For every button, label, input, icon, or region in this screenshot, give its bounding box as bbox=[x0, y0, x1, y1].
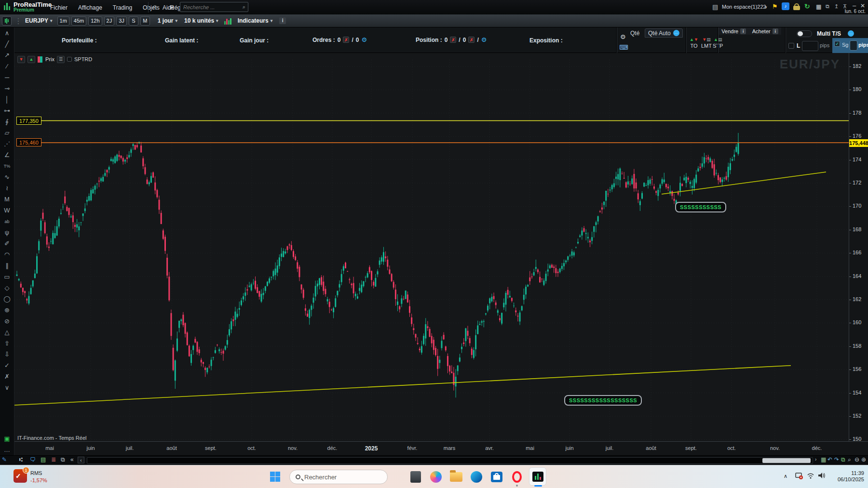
timeframe-s[interactable]: S bbox=[129, 16, 138, 26]
menu-affichage[interactable]: Affichage bbox=[76, 3, 104, 12]
tray-clock[interactable]: 11:39 06/10/2025 bbox=[838, 470, 864, 483]
scroll-right-button[interactable]: › bbox=[815, 457, 816, 462]
check-mark-icon[interactable]: ✓ bbox=[1, 360, 13, 371]
scroll-up-icon[interactable]: ∧ bbox=[1, 27, 13, 39]
keypad-icon[interactable]: ⌨ bbox=[619, 44, 628, 51]
ellipse-icon[interactable]: ◯ bbox=[1, 293, 13, 304]
trend-line-icon[interactable]: ╱ bbox=[1, 39, 13, 50]
tray-wifi-icon[interactable] bbox=[806, 471, 815, 482]
time-axis[interactable]: maijuinjuil.aoûtsept.oct.nov.déc.2025fév… bbox=[14, 441, 868, 455]
sptrd-checkbox[interactable] bbox=[67, 57, 72, 62]
calendar-goto-icon[interactable]: ▦ bbox=[821, 456, 826, 463]
find-zoom-icon[interactable]: ⌕ bbox=[848, 456, 851, 463]
tab-qty-auto[interactable]: Qté Auto … bbox=[645, 28, 683, 38]
app-prorealtime-active-icon[interactable] bbox=[529, 467, 546, 486]
timeframe-1m[interactable]: 1m bbox=[57, 16, 69, 26]
buy-info-icon[interactable]: i bbox=[773, 28, 778, 34]
sync-icon[interactable]: ↻ bbox=[804, 2, 810, 10]
windows-start-button[interactable] bbox=[270, 472, 280, 482]
chat-icon[interactable]: 🗨 bbox=[30, 456, 36, 463]
timeframe-12h[interactable]: 12h bbox=[88, 16, 102, 26]
scroll-down-icon[interactable]: ∨ bbox=[1, 382, 13, 393]
price-level-label-1[interactable]: 177,350 bbox=[16, 117, 41, 125]
app-close-button[interactable]: ✕ bbox=[860, 2, 865, 9]
multi-ts-toggle[interactable] bbox=[797, 30, 812, 37]
tray-network-icon[interactable] bbox=[795, 471, 803, 482]
quantity-selector[interactable]: 10 k unités▾ bbox=[184, 17, 218, 24]
arrow-line-icon[interactable]: ↗ bbox=[1, 50, 13, 61]
arrow-down-icon[interactable]: ⇩ bbox=[1, 349, 13, 360]
zoom-in-icon[interactable]: ⊕ bbox=[861, 456, 866, 463]
menu-fichier[interactable]: Fichier bbox=[48, 3, 69, 12]
undo-icon[interactable]: ↶ bbox=[827, 456, 832, 463]
app-minimize-button[interactable]: – bbox=[853, 2, 856, 9]
menu-aide[interactable]: Aide bbox=[161, 3, 176, 12]
pitchfork-icon[interactable]: ψ bbox=[1, 227, 13, 238]
order-type-to[interactable]: ▲▼ TO bbox=[690, 34, 698, 49]
curve-icon[interactable]: ◠ bbox=[1, 249, 13, 260]
limit-checkbox[interactable] bbox=[788, 43, 794, 49]
scrollbar-thumb[interactable] bbox=[762, 458, 811, 463]
collapse-down-icon[interactable]: ▼ bbox=[17, 56, 25, 63]
price-level-label-2[interactable]: 175,460 bbox=[16, 138, 41, 146]
multi-ts-help-icon[interactable]: … bbox=[848, 30, 854, 37]
order-type-lmt[interactable]: ▼▤ LMT bbox=[701, 34, 712, 49]
cancel-orders-icon[interactable]: ✗ bbox=[343, 37, 349, 43]
sg-checkbox[interactable]: ✓ bbox=[834, 41, 840, 47]
legend-price-label[interactable]: Prix bbox=[45, 56, 54, 62]
redo-icon[interactable]: ↷ bbox=[834, 456, 839, 463]
info-icon[interactable]: i bbox=[279, 17, 286, 24]
list-icon[interactable]: ≣ bbox=[51, 456, 56, 463]
tray-expand-icon[interactable]: ∧ bbox=[784, 473, 787, 479]
app-files-icon[interactable] bbox=[407, 469, 424, 485]
fan-lines-icon[interactable]: ⋰ bbox=[1, 138, 13, 149]
save-icon[interactable]: ▤ bbox=[712, 3, 718, 11]
qty-auto-help-icon[interactable]: … bbox=[673, 30, 679, 36]
chart-annotation-2[interactable]: SSSSSSSSSSSSSSSSSS bbox=[564, 395, 642, 406]
app-edge-icon[interactable] bbox=[468, 469, 485, 485]
position-settings-icon[interactable]: ⚙ bbox=[481, 36, 487, 43]
collapse-up-icon[interactable]: ▲ bbox=[27, 56, 35, 63]
circle-icon[interactable]: ⊕ bbox=[1, 304, 13, 316]
calendar-icon[interactable]: ▦ bbox=[816, 3, 821, 10]
abc-labels-icon[interactable]: ab bbox=[1, 216, 13, 227]
line-segment-icon[interactable]: ∕ bbox=[1, 61, 13, 72]
arrow-up-icon[interactable]: ⇧ bbox=[1, 338, 13, 349]
rms-app-icon[interactable]: ✓ 1 bbox=[14, 469, 27, 483]
sg-pips-input[interactable] bbox=[850, 40, 857, 51]
order-settings-icon[interactable]: ⚙ bbox=[620, 33, 626, 40]
timeframe-2j[interactable]: 2J bbox=[104, 16, 115, 26]
search-input[interactable] bbox=[180, 3, 237, 12]
price-axis[interactable]: 1821801781761741721701681661641621601581… bbox=[849, 53, 868, 441]
triangle-icon[interactable]: △ bbox=[1, 327, 13, 338]
zoom-out-icon[interactable]: ⊖ bbox=[854, 456, 859, 463]
chart-type-icon[interactable] bbox=[2, 16, 12, 26]
cross-mark-icon[interactable]: ✗ bbox=[1, 371, 13, 382]
elliott-wave-icon[interactable]: ≀ bbox=[1, 183, 13, 194]
app-store-icon[interactable] bbox=[488, 469, 505, 485]
rotated-rectangle-icon[interactable]: ◇ bbox=[1, 282, 13, 293]
sound-icon[interactable]: ♪ bbox=[782, 2, 789, 10]
limit-pips-input[interactable] bbox=[802, 41, 818, 51]
chart-area[interactable]: EUR/JPY ▼ ▲ Prix ☰ SPTRD 177,350175,460 … bbox=[14, 53, 849, 441]
symbol-selector[interactable]: EURJPY▾ bbox=[25, 17, 53, 24]
legend-list-icon[interactable]: ☰ bbox=[57, 56, 65, 63]
horizontal-line-icon[interactable]: ─ bbox=[1, 72, 13, 83]
close-position2-icon[interactable]: ✗ bbox=[468, 37, 475, 43]
angle-icon[interactable]: ∠ bbox=[1, 149, 13, 160]
pencil-icon[interactable]: ✐ bbox=[1, 238, 13, 249]
share-icon[interactable]: ⑆ bbox=[19, 456, 23, 463]
document-icon[interactable]: ▤ bbox=[41, 456, 46, 463]
app-copilot-icon[interactable] bbox=[428, 469, 444, 485]
pattern-m-icon[interactable]: M bbox=[1, 194, 13, 205]
workspace-selector[interactable]: Mon espace(1)222 bbox=[722, 4, 766, 10]
pattern-w-icon[interactable]: W bbox=[1, 205, 13, 216]
chart-add-icon[interactable]: ⧉ bbox=[841, 456, 845, 463]
timeframe-3j[interactable]: 3J bbox=[116, 16, 127, 26]
snapshot-icon[interactable]: ⧉ bbox=[826, 3, 829, 10]
tray-volume-icon[interactable] bbox=[817, 471, 826, 482]
indicators-menu[interactable]: Indicateurs▾ bbox=[238, 17, 273, 24]
measure-icon[interactable]: ▱ bbox=[1, 127, 13, 138]
sell-info-icon[interactable]: i bbox=[740, 28, 746, 34]
vertical-line-icon[interactable]: │ bbox=[1, 94, 13, 105]
